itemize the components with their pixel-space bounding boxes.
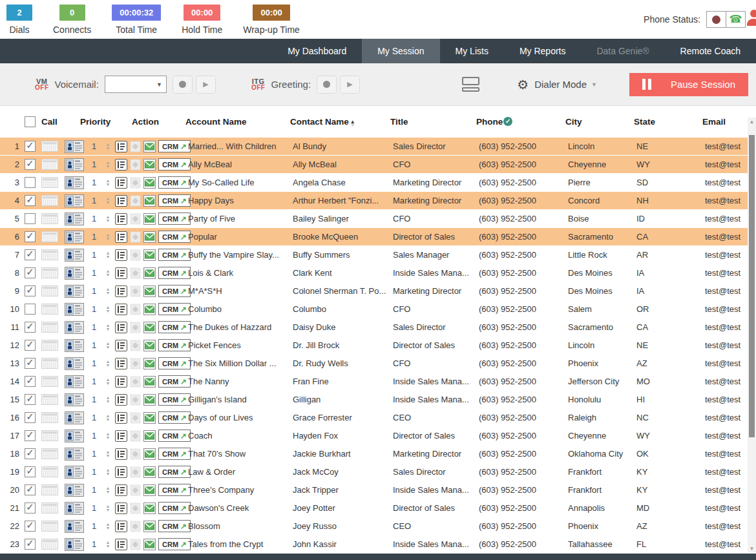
contact-name-cell[interactable]: Fran Fine (293, 377, 393, 386)
phone-status-online-icon[interactable]: ☎ (726, 12, 745, 27)
voicemail-select[interactable]: ▼ (105, 76, 167, 93)
account-name-cell[interactable]: Party of Five (188, 214, 293, 223)
contact-card-icon[interactable] (65, 303, 92, 316)
greeting-record-button[interactable] (317, 76, 337, 94)
contact-name-cell[interactable]: Dr. Rudy Wells (293, 358, 393, 368)
priority-stepper[interactable]: ▲▼ (101, 215, 115, 223)
notes-icon[interactable] (115, 539, 127, 550)
call-checkbox[interactable]: ✓ (25, 249, 36, 260)
contact-card-icon[interactable] (65, 339, 92, 352)
contact-card-icon[interactable] (65, 194, 92, 207)
email-icon[interactable] (143, 304, 156, 315)
notes-icon[interactable] (115, 466, 127, 478)
crm-link-button[interactable]: CRM ↗ (158, 375, 191, 388)
priority-stepper[interactable]: ▲▼ (101, 342, 115, 349)
notes-icon[interactable] (115, 285, 127, 297)
account-name-cell[interactable]: Happy Days (188, 196, 293, 205)
notes-icon[interactable] (115, 159, 127, 171)
priority-stepper[interactable]: ▲▼ (101, 143, 115, 150)
dialer-mode-menu[interactable]: ⚙ Dialer Mode ▼ (517, 77, 597, 92)
crm-link-button[interactable]: CRM ↗ (158, 393, 191, 406)
call-checkbox[interactable]: ✓ (25, 177, 36, 188)
header-priority[interactable]: Priority (71, 117, 126, 127)
call-checkbox[interactable]: ✓ (25, 322, 36, 333)
crm-link-button[interactable]: CRM ↗ (158, 430, 191, 442)
contact-name-cell[interactable]: Arthur Herbert "Fonzi... (293, 196, 393, 205)
priority-stepper[interactable]: ▲▼ (101, 486, 115, 494)
contact-card-icon[interactable] (65, 375, 92, 388)
priority-stepper[interactable]: ▲▼ (101, 287, 115, 295)
voicemail-record-button[interactable] (173, 76, 193, 94)
email-icon[interactable] (143, 141, 156, 152)
header-phone[interactable]: Phone✓ (476, 117, 565, 127)
notes-icon[interactable] (115, 448, 127, 460)
account-name-cell[interactable]: Days of our Lives (188, 413, 293, 422)
email-icon[interactable] (143, 213, 156, 225)
call-checkbox[interactable]: ✓ (25, 304, 36, 315)
layout-panels-icon[interactable] (462, 77, 479, 92)
contact-name-cell[interactable]: Brooke McQueen (293, 232, 393, 242)
contact-name-cell[interactable]: Colonel Sherman T. Po... (293, 286, 393, 296)
pause-session-button[interactable]: Pause Session (629, 73, 748, 96)
account-name-cell[interactable]: Popular (188, 232, 293, 242)
notes-icon[interactable] (115, 430, 127, 442)
email-icon[interactable] (143, 412, 156, 424)
scroll-up-icon[interactable]: ▲ (748, 118, 756, 127)
contact-card-icon[interactable] (65, 484, 92, 497)
crm-link-button[interactable]: CRM ↗ (158, 231, 191, 243)
contact-card-icon[interactable] (65, 448, 92, 461)
email-icon[interactable] (143, 177, 156, 189)
contact-name-cell[interactable]: Hayden Fox (293, 431, 393, 441)
call-checkbox[interactable]: ✓ (25, 394, 36, 405)
header-action[interactable]: Action (126, 117, 185, 127)
contact-card-icon[interactable] (65, 393, 92, 406)
call-checkbox[interactable]: ✓ (25, 159, 36, 170)
crm-link-button[interactable]: CRM ↗ (158, 448, 191, 460)
priority-stepper[interactable]: ▲▼ (101, 432, 115, 440)
crm-link-button[interactable]: CRM ↗ (158, 357, 191, 369)
email-icon[interactable] (143, 249, 156, 261)
email-icon[interactable] (143, 231, 156, 243)
notes-icon[interactable] (115, 358, 127, 369)
account-name-cell[interactable]: The Nanny (188, 377, 293, 386)
priority-stepper[interactable]: ▲▼ (101, 360, 115, 368)
crm-link-button[interactable]: CRM ↗ (158, 339, 191, 351)
account-name-cell[interactable]: Ally McBeal (188, 160, 293, 169)
crm-link-button[interactable]: CRM ↗ (158, 502, 191, 514)
account-name-cell[interactable]: Picket Fences (188, 340, 293, 350)
contact-name-cell[interactable]: Jack McCoy (293, 467, 393, 477)
account-name-cell[interactable]: Three's Company (188, 485, 293, 495)
notes-icon[interactable] (115, 249, 127, 261)
call-checkbox[interactable]: ✓ (25, 412, 36, 423)
call-checkbox[interactable]: ✓ (25, 213, 36, 224)
priority-stepper[interactable]: ▲▼ (101, 306, 115, 313)
account-name-cell[interactable]: The Dukes of Hazzard (188, 322, 293, 332)
crm-link-button[interactable]: CRM ↗ (158, 249, 191, 261)
priority-stepper[interactable]: ▲▼ (101, 504, 115, 512)
contact-card-icon[interactable] (65, 213, 92, 225)
call-checkbox[interactable]: ✓ (25, 448, 36, 459)
crm-link-button[interactable]: CRM ↗ (158, 176, 191, 189)
contact-name-cell[interactable]: Al Bundy (293, 141, 393, 151)
contact-name-cell[interactable]: Clark Kent (293, 268, 393, 278)
account-name-cell[interactable]: Law & Order (188, 467, 293, 477)
tab-my-reports[interactable]: My Reports (504, 39, 582, 63)
account-name-cell[interactable]: Buffy the Vampire Slay... (188, 250, 293, 260)
contact-name-cell[interactable]: Angela Chase (293, 178, 393, 187)
crm-link-button[interactable]: CRM ↗ (158, 303, 191, 315)
contact-name-cell[interactable]: Jack Tripper (293, 485, 393, 495)
notes-icon[interactable] (115, 322, 127, 333)
contact-card-icon[interactable] (65, 520, 92, 533)
header-state[interactable]: State (634, 117, 702, 127)
email-icon[interactable] (143, 484, 156, 496)
priority-stepper[interactable]: ▲▼ (101, 396, 115, 404)
crm-link-button[interactable]: CRM ↗ (158, 466, 191, 478)
crm-link-button[interactable]: CRM ↗ (158, 538, 191, 550)
priority-stepper[interactable]: ▲▼ (101, 378, 115, 386)
account-name-cell[interactable]: Coach (188, 431, 293, 441)
call-checkbox[interactable]: ✓ (25, 267, 36, 278)
voicemail-play-button[interactable]: ▶ (196, 76, 216, 94)
account-name-cell[interactable]: Blossom (188, 521, 293, 531)
priority-stepper[interactable]: ▲▼ (101, 468, 115, 476)
email-icon[interactable] (143, 448, 156, 460)
